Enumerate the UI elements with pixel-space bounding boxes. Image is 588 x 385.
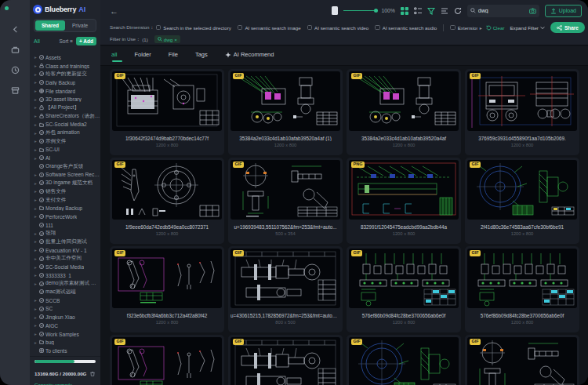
- asset-thumbnail[interactable]: [467, 160, 577, 220]
- expand-filter-button[interactable]: Expand Filter: [510, 25, 544, 31]
- upload-button[interactable]: Upload: [545, 5, 582, 17]
- asset-thumbnail[interactable]: [349, 71, 459, 131]
- sidebar-item-all-project[interactable]: ▸【All Project】: [30, 104, 100, 112]
- asset-card-3[interactable]: GIF35384a2e033c4d1ab10afab39520a4af1200 …: [347, 69, 461, 155]
- checkbox-box-icon[interactable]: [238, 25, 243, 31]
- sidebar-item-sc-social-media2[interactable]: ▸SC-Social Media2: [30, 121, 100, 129]
- sidebar-item-demo[interactable]: ▸demo演示素材测试 中美: [30, 280, 100, 289]
- asset-thumbnail[interactable]: [467, 337, 577, 385]
- share-button[interactable]: Share: [550, 22, 585, 33]
- sidebar-item-111[interactable]: 111: [30, 221, 100, 230]
- asset-thumbnail[interactable]: [112, 71, 222, 131]
- capacity-upgrade-link[interactable]: Capacity upgrade: [34, 382, 96, 385]
- sidebar-item-jingkun-xiao[interactable]: ▸Jingkun Xiao: [30, 313, 100, 321]
- asset-card-8[interactable]: GIF2f41d80c36e74583aa67cfe30bf6be911200 …: [465, 158, 579, 244]
- asset-thumbnail[interactable]: [230, 337, 340, 385]
- sidebar-item-perforcework[interactable]: ▸PerforceWork: [30, 212, 100, 221]
- sidebar-item-3d-asset-library[interactable]: ▸3D asset library: [30, 95, 100, 104]
- asset-thumbnail[interactable]: [467, 71, 577, 131]
- asset-thumbnail[interactable]: [230, 71, 340, 131]
- asset-card-2[interactable]: GIF35384a2e033c4d1ab10afab39520a4af (1)1…: [228, 69, 343, 155]
- filter-checkbox-extension[interactable]: Extension: [450, 25, 477, 31]
- asset-card-15[interactable]: GIF: [347, 335, 461, 385]
- sidebar-item-[interactable]: ▸非中美工作空间: [30, 255, 100, 263]
- filter-checkbox-ai-semantic-search-image[interactable]: AI semantic search image: [238, 25, 301, 31]
- asset-thumbnail[interactable]: [230, 160, 340, 220]
- sidebar-item-3333333-1[interactable]: ▸3333333_1: [30, 271, 100, 280]
- sidebar-item-[interactable]: ▸支付文件: [30, 196, 100, 205]
- asset-card-1[interactable]: GIF1f30642f32474d9bab2770bdec14c77f1200 …: [110, 69, 224, 155]
- asset-card-11[interactable]: GIF576ef86b09d84fc28be3700656ab6e0f1200 …: [347, 246, 461, 332]
- asset-thumbnail[interactable]: [230, 249, 340, 308]
- tab-all[interactable]: all: [111, 51, 118, 62]
- sidebar-item-assets[interactable]: ▸Assets: [30, 53, 100, 62]
- sidebar-item-[interactable]: ▸销售文件: [30, 187, 100, 196]
- slider-handle[interactable]: [374, 9, 378, 13]
- asset-thumbnail[interactable]: [349, 160, 459, 220]
- tab-tags[interactable]: Tags: [195, 51, 208, 62]
- sidebar-item-evacuation-kv-1[interactable]: ▸Evacuation KV - 1: [30, 246, 100, 255]
- tab-shared[interactable]: Shared: [35, 20, 65, 31]
- checkbox-box-icon[interactable]: [450, 25, 456, 31]
- sidebar-item-ai[interactable]: ▸AI: [30, 154, 100, 162]
- chip-close-icon[interactable]: ×: [174, 37, 177, 42]
- sidebar-item-[interactable]: ▸示例文件: [30, 137, 100, 146]
- asset-thumbnail[interactable]: [112, 337, 222, 385]
- checkbox-overflow-chevron-icon[interactable]: ▸: [480, 25, 482, 31]
- sidebar-item-class-and-trainings[interactable]: ▸Class and trainings: [30, 62, 100, 71]
- all-link[interactable]: All: [34, 38, 59, 44]
- sidebar-item-work-samples[interactable]: ▸Work Samples: [30, 330, 100, 339]
- add-button[interactable]: + Add: [76, 37, 96, 45]
- sidebar-item-[interactable]: ▸批量上传回归测试: [30, 238, 100, 246]
- asset-thumbnail[interactable]: [112, 160, 222, 220]
- detail-list-icon[interactable]: [441, 7, 448, 15]
- sidebar-item-orange[interactable]: Orange客户反馈: [30, 162, 100, 171]
- tab-file[interactable]: File: [169, 51, 178, 62]
- search-input[interactable]: [478, 8, 522, 13]
- sidebar-item-3d-ingame[interactable]: ▸3D ingame 规范文档: [30, 179, 100, 187]
- tab-folder[interactable]: Folder: [135, 51, 151, 62]
- asset-card-14[interactable]: GIF: [228, 335, 343, 385]
- back-icon[interactable]: ←: [110, 6, 118, 16]
- tab-private[interactable]: Private: [65, 20, 95, 31]
- asset-card-7[interactable]: PNG832991f12045475eadcbd99aa2bdb44a1200 …: [347, 158, 461, 244]
- grid-view-icon[interactable]: [401, 7, 408, 15]
- filter-chip-dwg[interactable]: dwg ×: [154, 35, 180, 43]
- sidebar-item-animation[interactable]: ▸外包 animation: [30, 129, 100, 137]
- asset-thumbnail[interactable]: [467, 249, 577, 308]
- filter-checkbox-ai-semantic-search-audio[interactable]: AI semantic search audio: [375, 25, 437, 31]
- asset-card-16[interactable]: GIF: [465, 335, 579, 385]
- asset-card-5[interactable]: GIF1f9eee60da742edb549ea0cc80723711200 x…: [110, 158, 224, 244]
- sidebar-item-monday-backup[interactable]: ▸Monday Backup: [30, 204, 100, 212]
- filter-checkbox-ai-semantic-search-video[interactable]: AI semantic search video: [307, 25, 369, 31]
- clock-icon[interactable]: [10, 65, 20, 75]
- asset-thumbnail[interactable]: [112, 249, 222, 308]
- asset-card-12[interactable]: GIF576ef86b09d84fc28be3700656ab6e0f1200 …: [465, 246, 579, 332]
- trash-icon[interactable]: [89, 366, 96, 380]
- checkbox-box-icon[interactable]: [307, 25, 313, 31]
- sidebar-item-software-screen-recording[interactable]: ▸Software Screen Recording: [30, 171, 100, 180]
- filter-checkbox-search-in-the-selected-directory[interactable]: Search in the selected directory: [156, 25, 231, 31]
- kanban-view-icon[interactable]: [414, 7, 422, 15]
- archive-icon[interactable]: [10, 85, 20, 96]
- sidebar-item-[interactable]: ▸张翔: [30, 229, 100, 238]
- asset-card-6[interactable]: GIFu=196939483,551107562&fm=253&fmt=auto…: [228, 158, 343, 244]
- asset-thumbnail[interactable]: [349, 337, 459, 385]
- clear-filter-button[interactable]: Clear: [486, 25, 505, 31]
- sidebar-item-mac[interactable]: mac测试远端: [30, 288, 100, 296]
- asset-card-10[interactable]: GIFu=430615215,1782856972&fm=253&fmt=aut…: [228, 246, 343, 332]
- sidebar-item-sc-ui[interactable]: ▸SC-UI: [30, 146, 100, 154]
- sort-button[interactable]: Sort ≡: [59, 38, 73, 44]
- zoom-slider[interactable]: 100%: [343, 8, 394, 13]
- sidebar-item-sharecreators[interactable]: ▸ShareCreators（请勿删除）: [30, 112, 100, 121]
- sidebar-item-daily-backup[interactable]: ▸Daily Backup: [30, 78, 100, 87]
- sidebar-item-sc[interactable]: ▸SC: [30, 305, 100, 314]
- sidebar-item-bug[interactable]: ▸bug: [30, 338, 100, 347]
- sidebar-item-sc-social-media[interactable]: ▸SC-Social Media: [30, 263, 100, 271]
- sidebar-item-file-standard[interactable]: ▸File standard: [30, 87, 100, 96]
- image-search-camera-icon[interactable]: [529, 8, 536, 14]
- tab-ai-recommend[interactable]: AI Recommend: [225, 51, 274, 62]
- asset-card-13[interactable]: GIF: [110, 335, 224, 385]
- sidebar-item-[interactable]: ▸给客户的更新提交: [30, 70, 100, 78]
- checkbox-box-icon[interactable]: [375, 25, 380, 31]
